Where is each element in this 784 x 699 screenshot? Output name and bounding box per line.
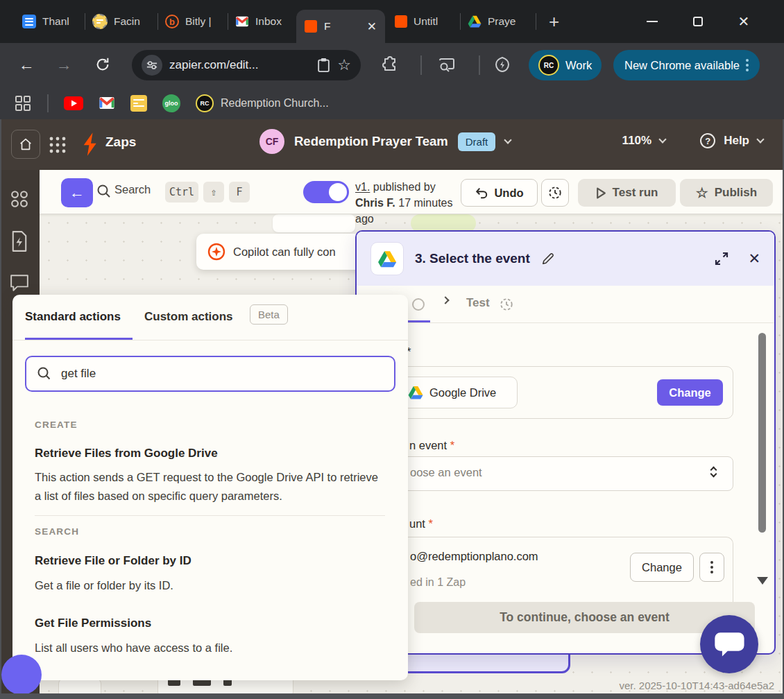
scrollbar-down-arrow[interactable] — [757, 577, 768, 585]
new-tab-button[interactable]: + — [549, 11, 559, 33]
undo-button[interactable]: Undo — [461, 179, 538, 207]
tab-prayer[interactable]: Praye — [463, 8, 533, 35]
change-account-button[interactable]: Change — [630, 553, 694, 582]
chevron-down-icon[interactable] — [658, 135, 666, 143]
tab-untitled[interactable]: Untitl — [391, 8, 457, 35]
zap-template-icon[interactable] — [10, 231, 29, 252]
profile-avatar: RC — [538, 55, 559, 76]
action-item-description: This action sends a GET request to the G… — [35, 468, 387, 505]
tab-bitly[interactable]: b Bitly | — [161, 8, 225, 35]
back-button[interactable]: ← — [14, 52, 39, 77]
chevron-down-icon[interactable] — [504, 136, 512, 144]
tab-test[interactable]: Test — [466, 296, 490, 310]
undo-icon — [475, 187, 488, 199]
change-app-button[interactable]: Change — [657, 379, 723, 406]
window-close-button[interactable]: ✕ — [730, 0, 758, 43]
bookmark-gmail-icon[interactable] — [99, 96, 115, 110]
help-icon[interactable]: ? — [700, 133, 715, 148]
modal-scrollbar-thumb[interactable] — [758, 333, 766, 533]
active-tab-underline — [408, 320, 430, 322]
chat-support-button[interactable] — [700, 615, 758, 673]
action-search-input[interactable] — [61, 367, 380, 381]
browser-menu-icon[interactable] — [746, 59, 749, 71]
tab-custom-actions[interactable]: Custom actions — [144, 310, 233, 324]
select-event-modal: 3. Select the event ✕ Test — [355, 230, 776, 655]
bookmark-youtube-icon[interactable] — [64, 96, 83, 110]
bookmark-church-label[interactable]: Redemption Church... — [221, 97, 329, 110]
app-chip-google-drive[interactable]: Google Drive — [398, 377, 518, 408]
zapier-favicon — [395, 15, 407, 28]
bookmark-church-icon[interactable]: RC — [196, 94, 214, 112]
action-item-title[interactable]: Retrieve Files from Google Drive — [35, 447, 218, 460]
app-switcher-icon[interactable] — [49, 136, 67, 154]
version-link[interactable]: v1. — [355, 181, 370, 193]
nav-zaps-label[interactable]: Zaps — [105, 135, 136, 150]
tab-close-icon[interactable]: ✕ — [367, 21, 377, 33]
header-right-group: 110% ? Help — [622, 133, 763, 148]
expand-icon[interactable] — [713, 250, 730, 267]
copilot-fab[interactable] — [1, 655, 42, 695]
kbd-f: F — [229, 182, 250, 202]
play-icon — [596, 187, 606, 199]
divider — [35, 515, 385, 516]
tab-separator — [536, 13, 536, 30]
editor-back-button[interactable]: ← — [61, 178, 93, 207]
close-icon: ✕ — [738, 13, 750, 30]
bitly-icon: b — [165, 15, 179, 28]
search-label[interactable]: Search — [114, 183, 151, 196]
zap-title[interactable]: Redemption Prayer Team — [294, 134, 448, 149]
apps-grid-icon[interactable] — [14, 94, 32, 112]
minimize-icon — [647, 21, 658, 22]
test-run-button[interactable]: Test run — [578, 179, 676, 207]
url-text[interactable]: zapier.com/edit... — [169, 58, 310, 72]
zap-on-toggle[interactable] — [303, 181, 349, 203]
divider — [12, 340, 408, 340]
version-status[interactable]: v1. published by Chris F. 17 minutes ago — [355, 179, 461, 227]
version-author: Chris F. — [355, 197, 395, 209]
event-select[interactable]: oose an event — [390, 456, 733, 491]
account-menu-button[interactable] — [699, 553, 724, 582]
bookmark-notes-icon[interactable] — [130, 95, 147, 112]
facing-icon — [92, 14, 108, 29]
history-button[interactable] — [541, 179, 569, 207]
chevron-down-icon[interactable] — [756, 135, 764, 143]
address-bar[interactable]: zapier.com/edit... ☆ — [132, 50, 361, 80]
feedback-bubble-icon[interactable] — [10, 274, 29, 292]
home-button[interactable] — [11, 130, 40, 159]
performance-icon[interactable] — [490, 52, 515, 77]
window-maximize-button[interactable] — [684, 0, 712, 43]
reload-button[interactable] — [90, 52, 115, 77]
tab-active-zapier[interactable]: F ✕ — [296, 10, 385, 43]
forward-button[interactable]: → — [51, 52, 76, 77]
window-minimize-button[interactable] — [638, 0, 666, 43]
tab-separator — [460, 13, 461, 30]
edit-pencil-icon[interactable] — [541, 252, 555, 266]
profile-button[interactable]: RC Work — [529, 50, 602, 80]
tab-thank[interactable]: Thanl — [18, 8, 82, 35]
action-item-description: List all users who have access to a file… — [35, 639, 387, 657]
account-usage: ed in 1 Zap — [410, 576, 466, 589]
tab-standard-actions[interactable]: Standard actions — [25, 310, 121, 324]
tab-search-icon[interactable] — [434, 52, 459, 77]
action-item-title[interactable]: Get File Permissions — [35, 616, 151, 630]
search-icon[interactable] — [96, 184, 112, 199]
google-drive-icon — [377, 250, 397, 268]
bookmark-gloo-icon[interactable]: gloo — [162, 94, 180, 112]
modal-title: 3. Select the event — [415, 251, 530, 266]
chrome-update-button[interactable]: New Chrome available — [613, 50, 760, 80]
beta-badge: Beta — [250, 304, 288, 325]
extensions-icon[interactable] — [377, 52, 402, 77]
tab-facing[interactable]: Facin — [88, 8, 155, 35]
zoom-level[interactable]: 110% — [622, 134, 652, 148]
publish-button[interactable]: ☆ Publish — [680, 179, 773, 207]
tab-inbox[interactable]: Inbox — [231, 8, 296, 35]
clipboard-icon[interactable] — [317, 58, 330, 73]
apps-circles-icon[interactable] — [10, 189, 29, 209]
copilot-banner[interactable]: Copilot can fully con — [196, 234, 370, 270]
action-search-box[interactable] — [25, 356, 395, 392]
bookmark-star-icon[interactable]: ☆ — [337, 56, 351, 74]
action-item-title[interactable]: Retrieve File or Folder by ID — [35, 554, 191, 568]
modal-close-icon[interactable]: ✕ — [748, 250, 760, 267]
site-settings-icon[interactable] — [142, 55, 162, 76]
help-label[interactable]: Help — [724, 134, 749, 148]
